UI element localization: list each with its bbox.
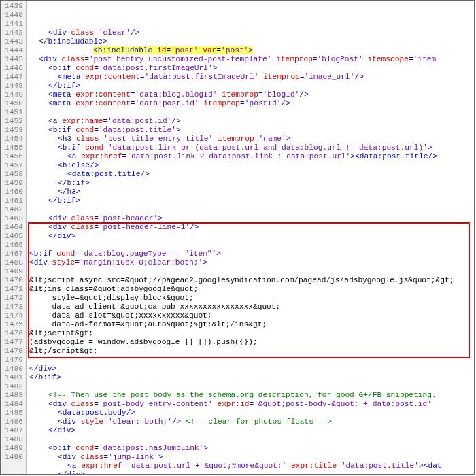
code-area[interactable]: <div class='clear'/></b:includable> <b:i… — [27, 1, 474, 474]
code-line[interactable]: </b:if> — [29, 179, 474, 188]
code-line[interactable]: <meta expr:content='data:post.id' itempr… — [29, 99, 474, 108]
code-line[interactable]: <a expr:href='data:post.link ? data:post… — [29, 152, 474, 161]
line-number: 1465 — [1, 232, 23, 241]
line-number: 1469 — [1, 267, 23, 276]
line-number: 1476 — [1, 329, 23, 338]
code-line[interactable]: <a expr:href='data:post.url + &quot;#mor… — [29, 462, 474, 471]
code-line[interactable]: </b:if> — [29, 197, 474, 205]
line-number: 1466 — [1, 241, 23, 250]
code-line[interactable]: <div class='post hentry uncustomized-pos… — [29, 55, 474, 64]
line-number: 1461 — [1, 197, 23, 205]
code-line[interactable]: <a expr:name='data:post.id'/> — [29, 117, 474, 126]
line-number: 1468 — [1, 258, 23, 267]
line-number: 1443 — [1, 37, 23, 46]
code-line[interactable]: &lt;script async src=&quot;//pagead2.goo… — [29, 276, 474, 285]
line-number: 1449 — [1, 90, 23, 99]
line-number: 1442 — [1, 29, 23, 37]
line-number: 1488 — [1, 435, 23, 444]
code-line[interactable]: <data:post.title/> — [29, 170, 474, 179]
line-number: 1481 — [1, 373, 23, 382]
code-line[interactable]: <div class='jump-link'> — [29, 453, 474, 462]
line-number: 1453 — [1, 126, 23, 135]
code-line[interactable]: <b:if cond='data:post.link or (data:post… — [29, 143, 474, 152]
code-line[interactable] — [29, 382, 474, 391]
code-line[interactable] — [29, 356, 474, 364]
code-line[interactable]: </b:includable> — [29, 37, 474, 46]
line-number: 1470 — [1, 276, 23, 285]
line-number: 1439 — [1, 2, 23, 11]
line-number: 1473 — [1, 303, 23, 311]
line-number: 1478 — [1, 347, 23, 356]
code-line[interactable]: </div> — [29, 426, 474, 435]
code-line[interactable]: </h3> — [29, 188, 474, 197]
line-number: 1451 — [1, 108, 23, 117]
line-number: 1462 — [1, 205, 23, 214]
code-line[interactable]: </div> — [29, 471, 474, 475]
code-line[interactable]: </div> — [29, 364, 474, 373]
line-number: 1464 — [1, 223, 23, 232]
code-line[interactable]: <div class='clear'/> — [29, 29, 474, 37]
code-line[interactable] — [29, 205, 474, 214]
code-line[interactable]: </b:if> — [29, 82, 474, 90]
code-line[interactable]: <div class='post-header-line-1'/> — [29, 223, 474, 232]
code-line[interactable]: <div class='post-body entry-content' exp… — [29, 400, 474, 409]
code-line[interactable]: <meta expr:content='data:blog.blogId' it… — [29, 90, 474, 99]
line-number: 1456 — [1, 152, 23, 161]
code-line[interactable]: <b:if cond='data:blog.pageType == "item"… — [29, 250, 474, 258]
line-number: 1445 — [1, 55, 23, 64]
code-line[interactable]: <b:else/> — [29, 161, 474, 170]
code-line[interactable]: <b:includable id='post' var='post'> — [29, 46, 474, 55]
code-line[interactable]: data-ad-format=&quot;auto&quot;&gt;&lt;/… — [29, 320, 474, 329]
code-line[interactable]: <b:if cond='data:post.hasJumpLink'> — [29, 444, 474, 453]
code-line[interactable]: &lt;script&gt; — [29, 329, 474, 338]
line-number: 1472 — [1, 294, 23, 303]
line-number: 1487 — [1, 426, 23, 435]
code-line[interactable]: <h3 class='post-title entry-title' itemp… — [29, 135, 474, 143]
code-line[interactable]: <div style='margin:10px 0;clear:both;'> — [29, 258, 474, 267]
line-number: 1477 — [1, 338, 23, 347]
code-line[interactable]: data-ad-slot=&quot;xxxxxxxxxx&quot; — [29, 311, 474, 320]
code-line[interactable] — [29, 267, 474, 276]
code-line[interactable]: <div style='clear: both;'/> <!-- clear f… — [29, 418, 474, 426]
line-number: 1444 — [1, 46, 23, 55]
code-line[interactable] — [29, 108, 474, 117]
line-number: 1482 — [1, 382, 23, 391]
code-line[interactable]: </div> — [29, 232, 474, 241]
code-line[interactable]: <meta expr:content='data:post.firstImage… — [29, 73, 474, 82]
code-line[interactable]: <data:post.body/> — [29, 409, 474, 418]
code-line[interactable]: <div class='post-header'> — [29, 214, 474, 223]
code-line[interactable]: </b:if> — [29, 373, 474, 382]
line-number: 1446 — [1, 64, 23, 73]
line-number: 1440 — [1, 11, 23, 20]
line-number: 1450 — [1, 99, 23, 108]
code-line[interactable]: (adsbygoogle = window.adsbygoogle || [])… — [29, 338, 474, 347]
line-number: 1474 — [1, 311, 23, 320]
line-number: 1471 — [1, 285, 23, 294]
code-line[interactable]: <!-- Then use the post body as the schem… — [29, 391, 474, 400]
line-number: 1490 — [1, 453, 23, 462]
code-line[interactable]: &lt;ins class=&quot;adsbygoogle&quot; — [29, 285, 474, 294]
line-number: 1458 — [1, 170, 23, 179]
line-number: 1452 — [1, 117, 23, 126]
line-number: 1479 — [1, 356, 23, 364]
code-line[interactable]: <b:if cond='data:post.firstImageUrl'> — [29, 64, 474, 73]
line-number: 1454 — [1, 135, 23, 143]
line-number: 1463 — [1, 214, 23, 223]
line-number: 1457 — [1, 161, 23, 170]
line-number: 1486 — [1, 418, 23, 426]
code-line[interactable]: style=&quot;display:block&quot; — [29, 294, 474, 303]
line-number: 1460 — [1, 188, 23, 197]
code-line[interactable]: &lt;/script&gt; — [29, 347, 474, 356]
line-number: 1467 — [1, 250, 23, 258]
line-number: 1485 — [1, 409, 23, 418]
code-line[interactable] — [29, 435, 474, 444]
line-number-gutter: 1439144014411442144314441445144614471448… — [1, 1, 27, 474]
code-line[interactable]: data-ad-client=&quot;ca-pub-xxxxxxxxxxxx… — [29, 303, 474, 311]
line-number: 1459 — [1, 179, 23, 188]
line-number: 1441 — [1, 20, 23, 29]
line-number: 1448 — [1, 82, 23, 90]
code-line[interactable] — [29, 241, 474, 250]
line-number: 1480 — [1, 364, 23, 373]
code-editor[interactable]: 1439144014411442144314441445144614471448… — [0, 0, 475, 475]
code-line[interactable]: <b:if cond='data:post.title'> — [29, 126, 474, 135]
